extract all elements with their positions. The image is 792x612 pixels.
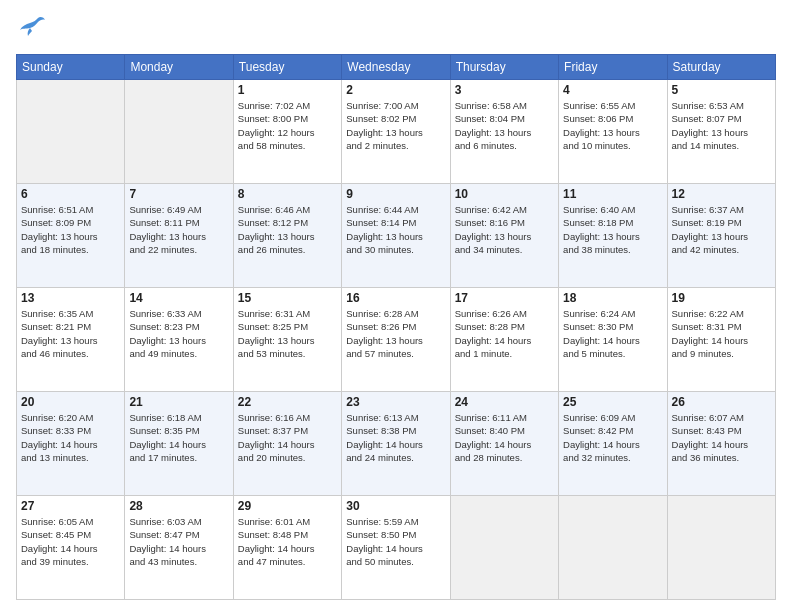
day-number: 18: [563, 291, 662, 305]
day-number: 5: [672, 83, 771, 97]
calendar-cell: [559, 496, 667, 600]
day-info: Sunrise: 6:07 AM Sunset: 8:43 PM Dayligh…: [672, 411, 771, 464]
calendar-cell: 18Sunrise: 6:24 AM Sunset: 8:30 PM Dayli…: [559, 288, 667, 392]
day-info: Sunrise: 6:33 AM Sunset: 8:23 PM Dayligh…: [129, 307, 228, 360]
calendar-cell: 27Sunrise: 6:05 AM Sunset: 8:45 PM Dayli…: [17, 496, 125, 600]
calendar-cell: 3Sunrise: 6:58 AM Sunset: 8:04 PM Daylig…: [450, 80, 558, 184]
calendar-cell: 23Sunrise: 6:13 AM Sunset: 8:38 PM Dayli…: [342, 392, 450, 496]
day-number: 6: [21, 187, 120, 201]
calendar-cell: 15Sunrise: 6:31 AM Sunset: 8:25 PM Dayli…: [233, 288, 341, 392]
day-info: Sunrise: 6:37 AM Sunset: 8:19 PM Dayligh…: [672, 203, 771, 256]
day-header-wednesday: Wednesday: [342, 55, 450, 80]
calendar-cell: 1Sunrise: 7:02 AM Sunset: 8:00 PM Daylig…: [233, 80, 341, 184]
day-info: Sunrise: 6:22 AM Sunset: 8:31 PM Dayligh…: [672, 307, 771, 360]
calendar-cell: [17, 80, 125, 184]
day-info: Sunrise: 6:46 AM Sunset: 8:12 PM Dayligh…: [238, 203, 337, 256]
calendar-cell: 13Sunrise: 6:35 AM Sunset: 8:21 PM Dayli…: [17, 288, 125, 392]
day-number: 12: [672, 187, 771, 201]
day-info: Sunrise: 6:42 AM Sunset: 8:16 PM Dayligh…: [455, 203, 554, 256]
calendar-cell: 16Sunrise: 6:28 AM Sunset: 8:26 PM Dayli…: [342, 288, 450, 392]
day-number: 21: [129, 395, 228, 409]
day-number: 7: [129, 187, 228, 201]
day-number: 30: [346, 499, 445, 513]
calendar-cell: [125, 80, 233, 184]
day-number: 28: [129, 499, 228, 513]
day-info: Sunrise: 6:58 AM Sunset: 8:04 PM Dayligh…: [455, 99, 554, 152]
day-info: Sunrise: 5:59 AM Sunset: 8:50 PM Dayligh…: [346, 515, 445, 568]
day-header-sunday: Sunday: [17, 55, 125, 80]
calendar-cell: 9Sunrise: 6:44 AM Sunset: 8:14 PM Daylig…: [342, 184, 450, 288]
calendar-cell: 8Sunrise: 6:46 AM Sunset: 8:12 PM Daylig…: [233, 184, 341, 288]
day-number: 14: [129, 291, 228, 305]
day-info: Sunrise: 6:51 AM Sunset: 8:09 PM Dayligh…: [21, 203, 120, 256]
day-info: Sunrise: 6:40 AM Sunset: 8:18 PM Dayligh…: [563, 203, 662, 256]
day-number: 20: [21, 395, 120, 409]
day-number: 27: [21, 499, 120, 513]
calendar-week-2: 6Sunrise: 6:51 AM Sunset: 8:09 PM Daylig…: [17, 184, 776, 288]
day-info: Sunrise: 6:26 AM Sunset: 8:28 PM Dayligh…: [455, 307, 554, 360]
calendar-week-5: 27Sunrise: 6:05 AM Sunset: 8:45 PM Dayli…: [17, 496, 776, 600]
day-info: Sunrise: 6:05 AM Sunset: 8:45 PM Dayligh…: [21, 515, 120, 568]
day-header-thursday: Thursday: [450, 55, 558, 80]
calendar-cell: 7Sunrise: 6:49 AM Sunset: 8:11 PM Daylig…: [125, 184, 233, 288]
day-info: Sunrise: 6:13 AM Sunset: 8:38 PM Dayligh…: [346, 411, 445, 464]
bird-icon: [18, 12, 46, 42]
calendar-cell: 22Sunrise: 6:16 AM Sunset: 8:37 PM Dayli…: [233, 392, 341, 496]
day-info: Sunrise: 7:02 AM Sunset: 8:00 PM Dayligh…: [238, 99, 337, 152]
calendar-cell: 11Sunrise: 6:40 AM Sunset: 8:18 PM Dayli…: [559, 184, 667, 288]
day-number: 11: [563, 187, 662, 201]
day-info: Sunrise: 6:35 AM Sunset: 8:21 PM Dayligh…: [21, 307, 120, 360]
day-info: Sunrise: 6:16 AM Sunset: 8:37 PM Dayligh…: [238, 411, 337, 464]
day-number: 19: [672, 291, 771, 305]
day-number: 2: [346, 83, 445, 97]
day-info: Sunrise: 6:01 AM Sunset: 8:48 PM Dayligh…: [238, 515, 337, 568]
calendar-week-1: 1Sunrise: 7:02 AM Sunset: 8:00 PM Daylig…: [17, 80, 776, 184]
calendar-cell: 24Sunrise: 6:11 AM Sunset: 8:40 PM Dayli…: [450, 392, 558, 496]
page-header: [16, 12, 776, 46]
day-info: Sunrise: 6:49 AM Sunset: 8:11 PM Dayligh…: [129, 203, 228, 256]
calendar-cell: 5Sunrise: 6:53 AM Sunset: 8:07 PM Daylig…: [667, 80, 775, 184]
day-number: 10: [455, 187, 554, 201]
day-number: 4: [563, 83, 662, 97]
day-info: Sunrise: 6:11 AM Sunset: 8:40 PM Dayligh…: [455, 411, 554, 464]
day-header-saturday: Saturday: [667, 55, 775, 80]
calendar-week-4: 20Sunrise: 6:20 AM Sunset: 8:33 PM Dayli…: [17, 392, 776, 496]
day-info: Sunrise: 6:09 AM Sunset: 8:42 PM Dayligh…: [563, 411, 662, 464]
day-info: Sunrise: 6:53 AM Sunset: 8:07 PM Dayligh…: [672, 99, 771, 152]
calendar-cell: 12Sunrise: 6:37 AM Sunset: 8:19 PM Dayli…: [667, 184, 775, 288]
day-number: 26: [672, 395, 771, 409]
day-number: 17: [455, 291, 554, 305]
calendar-header-row: SundayMondayTuesdayWednesdayThursdayFrid…: [17, 55, 776, 80]
day-number: 1: [238, 83, 337, 97]
calendar-cell: 14Sunrise: 6:33 AM Sunset: 8:23 PM Dayli…: [125, 288, 233, 392]
day-number: 13: [21, 291, 120, 305]
day-info: Sunrise: 6:55 AM Sunset: 8:06 PM Dayligh…: [563, 99, 662, 152]
day-number: 15: [238, 291, 337, 305]
calendar-cell: 2Sunrise: 7:00 AM Sunset: 8:02 PM Daylig…: [342, 80, 450, 184]
calendar-cell: [667, 496, 775, 600]
calendar-cell: 25Sunrise: 6:09 AM Sunset: 8:42 PM Dayli…: [559, 392, 667, 496]
day-header-monday: Monday: [125, 55, 233, 80]
day-info: Sunrise: 7:00 AM Sunset: 8:02 PM Dayligh…: [346, 99, 445, 152]
logo: [16, 12, 46, 46]
day-number: 9: [346, 187, 445, 201]
day-info: Sunrise: 6:24 AM Sunset: 8:30 PM Dayligh…: [563, 307, 662, 360]
day-number: 16: [346, 291, 445, 305]
calendar-cell: 21Sunrise: 6:18 AM Sunset: 8:35 PM Dayli…: [125, 392, 233, 496]
calendar-cell: 29Sunrise: 6:01 AM Sunset: 8:48 PM Dayli…: [233, 496, 341, 600]
day-info: Sunrise: 6:44 AM Sunset: 8:14 PM Dayligh…: [346, 203, 445, 256]
day-header-friday: Friday: [559, 55, 667, 80]
day-number: 22: [238, 395, 337, 409]
calendar-table: SundayMondayTuesdayWednesdayThursdayFrid…: [16, 54, 776, 600]
calendar-cell: 10Sunrise: 6:42 AM Sunset: 8:16 PM Dayli…: [450, 184, 558, 288]
day-number: 25: [563, 395, 662, 409]
day-header-tuesday: Tuesday: [233, 55, 341, 80]
day-info: Sunrise: 6:28 AM Sunset: 8:26 PM Dayligh…: [346, 307, 445, 360]
day-info: Sunrise: 6:18 AM Sunset: 8:35 PM Dayligh…: [129, 411, 228, 464]
calendar-cell: [450, 496, 558, 600]
day-number: 24: [455, 395, 554, 409]
day-info: Sunrise: 6:20 AM Sunset: 8:33 PM Dayligh…: [21, 411, 120, 464]
day-number: 8: [238, 187, 337, 201]
day-info: Sunrise: 6:31 AM Sunset: 8:25 PM Dayligh…: [238, 307, 337, 360]
calendar-cell: 6Sunrise: 6:51 AM Sunset: 8:09 PM Daylig…: [17, 184, 125, 288]
